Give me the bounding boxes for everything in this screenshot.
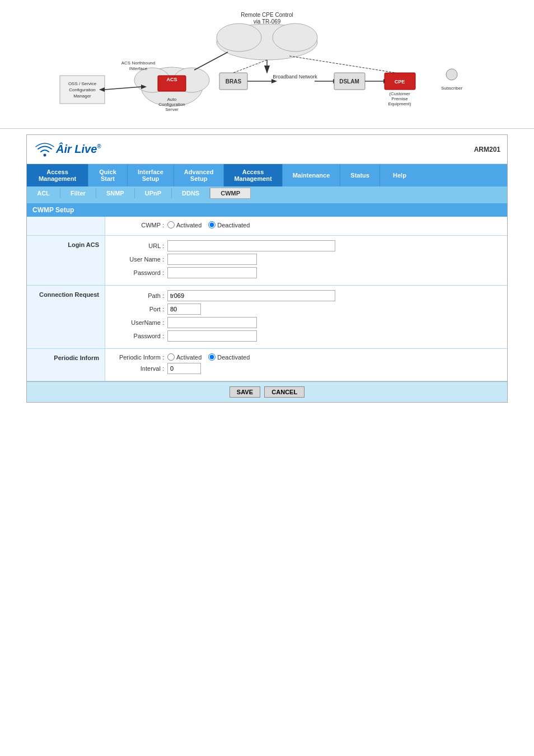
acs-northbound1: ACS Northbound	[121, 60, 155, 66]
periodic-deactivated-label[interactable]: Deactivated	[208, 353, 250, 361]
svg-line-24	[289, 56, 396, 73]
password-row: Password :	[114, 267, 499, 278]
port-label: Port :	[114, 306, 164, 312]
oss-label1: OSS / Service	[68, 81, 97, 86]
svg-line-23	[233, 60, 267, 73]
nav-maintenance[interactable]: Maintenance	[283, 164, 341, 186]
password-label: Password :	[114, 269, 164, 276]
nav-quick-start[interactable]: QuickStart	[88, 164, 128, 186]
save-button[interactable]: SAVE	[229, 386, 260, 398]
content-area: CWMP Setup CWMP : Activated Deactivated	[27, 203, 507, 402]
url-input[interactable]	[167, 240, 335, 251]
broadband-label: Broadband Network	[273, 74, 317, 80]
nav-status[interactable]: Status	[340, 164, 380, 186]
sub-nav-ddns[interactable]: DDNS	[172, 188, 210, 198]
cr-username-label: UserName :	[114, 319, 164, 326]
username-label: User Name :	[114, 256, 164, 263]
periodic-activated-text: Activated	[176, 354, 202, 361]
cwmp-activated-radio[interactable]	[167, 221, 175, 228]
panel-header: Âir Live® ARM201	[27, 135, 507, 164]
cancel-button[interactable]: CANCEL	[264, 386, 305, 398]
username-input[interactable]	[167, 254, 257, 265]
svg-point-2	[273, 24, 317, 52]
cwmp-activated-text: Activated	[176, 222, 202, 228]
cwmp-section: CWMP : Activated Deactivated	[27, 217, 507, 236]
interval-row: Interval :	[114, 363, 499, 374]
periodic-deactivated-radio[interactable]	[208, 353, 216, 361]
logo-area: Âir Live®	[34, 139, 101, 159]
nav-interface-setup[interactable]: InterfaceSetup	[128, 164, 174, 186]
acs-northbound2: INterface	[129, 66, 148, 71]
subscriber-label: Subscriber	[441, 86, 463, 91]
cwmp-activated-label[interactable]: Activated	[167, 221, 202, 228]
sub-nav-filter[interactable]: Filter	[60, 188, 96, 198]
cpe-box-label: CPE	[395, 79, 405, 85]
cwmp-deactivated-text: Deactivated	[217, 222, 250, 228]
auto-config3: Server	[165, 107, 179, 112]
interval-input[interactable]	[167, 363, 201, 374]
cwmp-radio-group: Activated Deactivated	[167, 221, 250, 228]
login-acs-content: URL : User Name : Password :	[105, 236, 507, 285]
footer-buttons: SAVE CANCEL	[27, 381, 507, 402]
nav-access-mgmt-tab[interactable]: AccessManagement	[224, 164, 282, 186]
path-label: Path :	[114, 292, 164, 299]
cr-password-label: Password :	[114, 333, 164, 339]
nav-bar: AccessManagement QuickStart InterfaceSet…	[27, 164, 507, 186]
periodic-inform-content: Periodic Inform : Activated Deactivated	[105, 349, 507, 381]
cpe-full-label2: Premise	[391, 96, 408, 101]
cpe-full-label3: Equipment)	[388, 101, 411, 106]
cwmp-field-label: CWMP :	[114, 222, 164, 228]
periodic-inform-section: Periodic Inform Periodic Inform : Activa…	[27, 349, 507, 381]
network-diagram: Remote CPE Control via TR-069 OSS / Serv…	[0, 0, 534, 129]
cr-username-input[interactable]	[167, 317, 257, 328]
periodic-inform-field-label: Periodic Inform :	[114, 354, 164, 361]
cwmp-row: CWMP : Activated Deactivated	[114, 221, 499, 228]
periodic-deactivated-text: Deactivated	[217, 354, 250, 361]
svg-point-26	[44, 154, 46, 157]
cr-password-input[interactable]	[167, 330, 257, 342]
remote-cpe-label: Remote CPE Control	[241, 12, 293, 18]
sub-nav-acl[interactable]: ACL	[27, 188, 60, 198]
logo-wifi-icon	[34, 139, 56, 159]
cr-username-row: UserName :	[114, 317, 499, 328]
sub-nav-cwmp[interactable]: CWMP	[210, 188, 251, 199]
diagram-svg: Remote CPE Control via TR-069 OSS / Serv…	[49, 6, 485, 123]
svg-point-1	[217, 24, 261, 52]
bras-label: BRAS	[226, 78, 242, 85]
url-row: URL :	[114, 240, 499, 251]
periodic-activated-label[interactable]: Activated	[167, 353, 202, 361]
cr-password-row: Password :	[114, 330, 499, 342]
sub-nav: ACL Filter SNMP UPnP DDNS CWMP	[27, 186, 507, 200]
cwmp-deactivated-radio[interactable]	[208, 221, 216, 228]
auto-config2: Configuration	[158, 102, 185, 107]
dslam-label: DSLAM	[339, 78, 359, 85]
nav-advanced-setup[interactable]: AdvancedSetup	[174, 164, 224, 186]
login-acs-label: Login ACS	[27, 236, 105, 285]
model-label: ARM201	[474, 146, 500, 153]
periodic-inform-radio-group: Activated Deactivated	[167, 353, 250, 361]
acs-box-label: ACS	[166, 77, 177, 82]
port-row: Port :	[114, 304, 499, 315]
cwmp-deactivated-label[interactable]: Deactivated	[208, 221, 250, 228]
auto-config1: Auto	[167, 97, 177, 102]
svg-marker-15	[271, 79, 277, 83]
periodic-activated-radio[interactable]	[167, 353, 175, 361]
main-panel: Âir Live® ARM201 AccessManagement QuickS…	[26, 134, 508, 403]
port-input[interactable]	[167, 304, 201, 315]
cwmp-form-content: CWMP : Activated Deactivated	[105, 217, 507, 235]
login-acs-section: Login ACS URL : User Name : Password :	[27, 236, 507, 286]
password-input[interactable]	[167, 267, 257, 278]
oss-label3: Manager	[73, 94, 91, 99]
interval-label: Interval :	[114, 365, 164, 372]
sub-nav-upnp[interactable]: UPnP	[135, 188, 172, 198]
periodic-inform-label: Periodic Inform	[27, 349, 105, 381]
url-label: URL :	[114, 242, 164, 249]
path-input[interactable]	[167, 290, 335, 301]
cpe-full-label1: (Customer	[389, 91, 410, 96]
connection-request-section: Connection Request Path : Port : UserNam…	[27, 286, 507, 349]
nav-access-management[interactable]: AccessManagement	[27, 164, 88, 186]
sub-nav-snmp[interactable]: SNMP	[96, 188, 135, 198]
logo-brand: Âir Live®	[56, 143, 101, 156]
nav-help[interactable]: Help	[380, 164, 419, 186]
remote-cpe-label2: via TR-069	[254, 18, 281, 25]
